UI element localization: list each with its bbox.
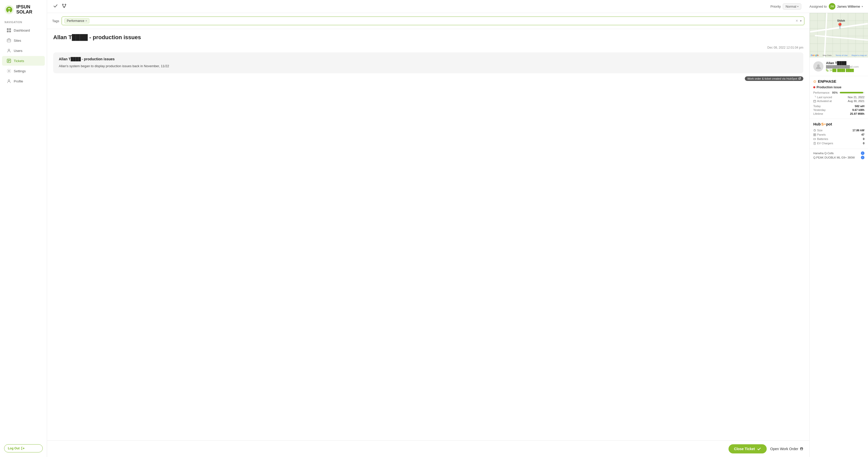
svg-rect-15 — [813, 100, 816, 102]
sites-icon — [7, 38, 11, 43]
sidebar-item-sites[interactable]: Sites — [2, 36, 45, 45]
logout-icon — [21, 447, 25, 450]
tag-remove-button[interactable]: × — [85, 19, 87, 23]
profile-phone: 34██ ████ ████ — [826, 69, 859, 72]
priority-value: Normal — [785, 5, 796, 8]
batteries-value: 0 — [863, 137, 864, 140]
assignee-avatar: JW — [829, 3, 835, 10]
hubspot-section: HubS•pot Size 17.86 kW — [810, 119, 868, 149]
ticket-title-area: Allan T████ - production issues — [47, 29, 809, 44]
battery-icon — [813, 138, 816, 140]
batteries-row: Batteries 0 — [813, 137, 864, 140]
svg-rect-25 — [815, 135, 816, 136]
sidebar-item-tickets[interactable]: Tickets — [2, 56, 45, 66]
map-data-label: Map Data — [823, 54, 832, 57]
tags-label: Tags — [52, 19, 59, 23]
enphase-header: ⊙ ENPHASE — [813, 79, 864, 84]
map-placeholder: Shiloh 📍 Google Map Data Terms of Use Re… — [810, 13, 868, 58]
perf-label: Performance: — [813, 91, 830, 94]
product-2-info-button[interactable]: i — [861, 156, 864, 159]
svg-point-7 — [8, 49, 10, 51]
lifetime-label: Lifetime — [813, 112, 823, 115]
message-subject: Allan T████ - production issues — [59, 57, 798, 61]
product-1-info-button[interactable]: i — [861, 152, 864, 155]
merge-button[interactable] — [61, 3, 67, 10]
priority-section: Priority Normal ▾ — [771, 3, 801, 10]
sidebar-item-profile[interactable]: Profile — [2, 76, 45, 86]
product-1-name: Hanwha Q-Cells — [813, 152, 834, 155]
open-work-order-button[interactable]: Open Work Order — [770, 447, 803, 451]
message-timestamp: Dec 08, 2022 12:01:04 pm — [53, 46, 803, 50]
svg-rect-26 — [813, 138, 815, 140]
sidebar-item-dashboard[interactable]: Dashboard — [2, 26, 45, 35]
logout-button[interactable]: Log Out — [4, 444, 43, 452]
tickets-label: Tickets — [14, 59, 24, 63]
lifetime-value: 25.97 MWh — [850, 112, 864, 115]
close-ticket-check-icon — [757, 447, 761, 451]
svg-point-12 — [65, 4, 66, 5]
last-synced-value: Nov 21, 2022 — [848, 96, 864, 99]
performance-row: Performance: 95% — [813, 91, 864, 94]
tags-input[interactable]: Performance × × ▾ — [62, 17, 804, 25]
yesterday-label: Yesterday — [813, 108, 826, 111]
enphase-section: ⊙ ENPHASE Production issue Performance: … — [810, 76, 868, 119]
sidebar-item-settings[interactable]: Settings — [2, 66, 45, 76]
hubspot-logo: HubS•pot — [813, 122, 864, 126]
priority-dropdown[interactable]: Normal ▾ — [783, 3, 801, 10]
calendar-icon — [813, 100, 816, 102]
panels-row: Panels 47 — [813, 133, 864, 136]
last-synced-row: Last synced Nov 21, 2022 — [813, 96, 864, 99]
today-row: Today 582 wH — [813, 105, 864, 108]
energy-stats: Today 582 wH Yesterday 9.67 kWh Lifetime… — [813, 105, 864, 115]
users-label: Users — [14, 49, 22, 53]
size-row: Size 17.86 kW — [813, 129, 864, 132]
merge-icon — [62, 4, 66, 8]
hubspot-tag: Work order & ticket created via HubSpot — [745, 76, 803, 81]
map-pin-icon: 📍 — [836, 23, 843, 29]
ev-chargers-label: EV Chargers — [813, 142, 833, 145]
perf-value: 95% — [832, 91, 838, 94]
ticket-messages: Dec 08, 2022 12:01:04 pm Allan T████ - p… — [47, 44, 809, 440]
panels-icon — [813, 133, 816, 136]
open-work-order-label: Open Work Order — [770, 447, 798, 451]
ev-chargers-value: 0 — [863, 142, 864, 145]
sync-icon — [813, 96, 816, 99]
ticket-title: Allan T████ - production issues — [53, 34, 803, 41]
sidebar-item-users[interactable]: Users — [2, 46, 45, 56]
tickets-icon — [7, 59, 11, 63]
product-1: Hanwha Q-Cells i — [813, 152, 864, 155]
ticket-body: Tags Performance × × ▾ Allan T████ - pro… — [47, 13, 868, 457]
ticket-footer: Close Ticket Open Work Order — [47, 440, 809, 457]
tags-dropdown-icon[interactable]: ▾ — [800, 19, 802, 23]
tags-clear-button[interactable]: × — [796, 19, 798, 23]
tag-chip-label: Performance — [67, 19, 84, 23]
terms-label[interactable]: Terms of Use — [836, 54, 848, 57]
phone-number: 34██ ████ ████ — [829, 69, 854, 72]
tag-chip-performance: Performance × — [64, 18, 89, 24]
svg-rect-5 — [7, 39, 11, 42]
perf-bar-fill — [840, 92, 863, 93]
tags-bar: Tags Performance × × ▾ — [47, 13, 809, 29]
product-2: Q.PEAK DUOBLK ML G9+ 380W i — [813, 156, 864, 159]
check-icon — [53, 4, 58, 8]
main-content: Priority Normal ▾ Assigned to JW James W… — [47, 0, 868, 457]
ticket-main: Tags Performance × × ▾ Allan T████ - pro… — [47, 13, 809, 457]
close-ticket-label: Close Ticket — [734, 447, 755, 451]
yesterday-row: Yesterday 9.67 kWh — [813, 108, 864, 111]
assignee-info: JW James Willieme ▾ — [829, 3, 863, 10]
close-ticket-button[interactable]: Close Ticket — [728, 444, 767, 453]
perf-bar — [840, 92, 864, 93]
users-icon — [7, 48, 11, 53]
lifetime-row: Lifetime 25.97 MWh — [813, 112, 864, 115]
product-2-name: Q.PEAK DUOBLK ML G9+ 380W — [813, 156, 855, 159]
svg-rect-22 — [813, 134, 814, 135]
report-error-label[interactable]: Report a map err — [852, 54, 867, 57]
check-button[interactable] — [52, 3, 59, 10]
activated-value: Aug 30, 2021 — [848, 99, 864, 102]
profile-name: Allan T████ — [826, 61, 859, 65]
panels-label: Panels — [813, 133, 826, 136]
map-city-label: Shiloh — [837, 19, 845, 22]
size-value: 17.86 kW — [852, 129, 864, 132]
svg-rect-4 — [9, 31, 11, 32]
logout-label: Log Out — [8, 447, 20, 450]
